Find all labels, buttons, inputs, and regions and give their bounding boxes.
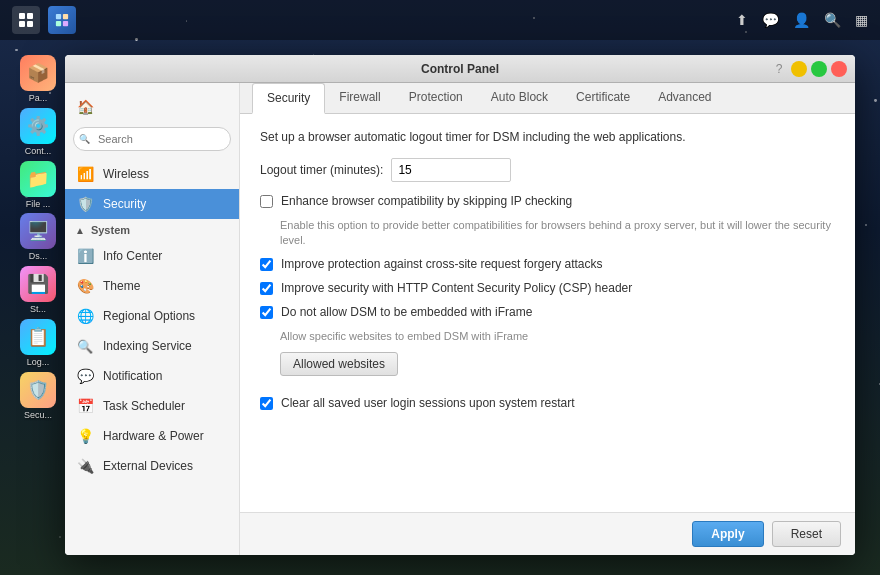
checkbox-csp[interactable] — [260, 282, 273, 295]
checkbox-iframe[interactable] — [260, 306, 273, 319]
hardware-icon: 💡 — [75, 426, 95, 446]
indexing-icon: 🔍 — [75, 336, 95, 356]
logout-timer-label: Logout timer (minutes): — [260, 163, 383, 177]
sidebar-item-task-label: Task Scheduler — [103, 399, 185, 413]
tab-certificate[interactable]: Certificate — [562, 83, 644, 114]
desktop-icon-security[interactable]: 🛡️ Secu... — [14, 372, 62, 421]
logout-timer-row: Logout timer (minutes): — [260, 158, 835, 182]
tab-content-security: Set up a browser automatic logout timer … — [240, 114, 855, 512]
window-controls: ? — [771, 61, 847, 77]
control-panel-taskbar-icon[interactable] — [48, 6, 76, 34]
checkbox-ip-sublabel: Enable this option to provide better com… — [280, 218, 835, 249]
external-icon: 🔌 — [75, 456, 95, 476]
checkbox-sessions-row: Clear all saved user login sessions upon… — [260, 396, 835, 410]
iframe-sublabel: Allow specific websites to embed DSM wit… — [280, 329, 835, 344]
desktop-icon-control-panel[interactable]: ⚙️ Cont... — [14, 108, 62, 157]
sidebar-item-security[interactable]: 🛡️ Security — [65, 189, 239, 219]
sidebar-item-indexing-service[interactable]: 🔍 Indexing Service — [65, 331, 239, 361]
checkbox-iframe-row: Do not allow DSM to be embedded with iFr… — [260, 305, 835, 319]
checkbox-csrf-row: Improve protection against cross-site re… — [260, 257, 835, 271]
allowed-websites-button[interactable]: Allowed websites — [280, 352, 398, 376]
maximize-button[interactable] — [811, 61, 827, 77]
task-icon: 📅 — [75, 396, 95, 416]
sidebar-item-regional-options[interactable]: 🌐 Regional Options — [65, 301, 239, 331]
window-footer: Apply Reset — [240, 512, 855, 555]
close-button[interactable] — [831, 61, 847, 77]
checkbox-csp-label: Improve security with HTTP Content Secur… — [281, 281, 632, 295]
window-titlebar: Control Panel ? — [65, 55, 855, 83]
checkbox-sessions-label: Clear all saved user login sessions upon… — [281, 396, 574, 410]
search-input[interactable] — [73, 127, 231, 151]
sidebar-item-theme-label: Theme — [103, 279, 140, 293]
sidebar-item-info-label: Info Center — [103, 249, 162, 263]
checkbox-csrf[interactable] — [260, 258, 273, 271]
sidebar-item-hardware-power[interactable]: 💡 Hardware & Power — [65, 421, 239, 451]
security-icon: 🛡️ — [75, 194, 95, 214]
sidebar-item-wireless[interactable]: 📶 Wireless — [65, 159, 239, 189]
svg-rect-6 — [56, 21, 61, 26]
logout-timer-input[interactable] — [391, 158, 511, 182]
desktop-icon-filestation[interactable]: 📁 File ... — [14, 161, 62, 210]
tab-advanced[interactable]: Advanced — [644, 83, 725, 114]
sidebar: 🏠 📶 Wireless 🛡️ Security ▲ System — [65, 83, 240, 555]
search-taskbar-icon[interactable]: 🔍 — [824, 12, 841, 28]
control-panel-window: Control Panel ? 🏠 📶 Wireless — [65, 55, 855, 555]
tab-auto-block[interactable]: Auto Block — [477, 83, 562, 114]
help-button[interactable]: ? — [771, 61, 787, 77]
taskbar: ⬆ 💬 👤 🔍 ▦ — [0, 0, 880, 40]
checkbox-ip-row: Enhance browser compatibility by skippin… — [260, 194, 835, 208]
sidebar-item-notification[interactable]: 💬 Notification — [65, 361, 239, 391]
desktop-icon-packages[interactable]: 📦 Pa... — [14, 55, 62, 104]
checkbox-csrf-label: Improve protection against cross-site re… — [281, 257, 602, 271]
main-content: Security Firewall Protection Auto Block … — [240, 83, 855, 555]
description-text: Set up a browser automatic logout timer … — [260, 130, 835, 144]
sidebar-item-external-devices[interactable]: 🔌 External Devices — [65, 451, 239, 481]
sidebar-home-button[interactable]: 🏠 — [65, 91, 239, 123]
info-icon: ℹ️ — [75, 246, 95, 266]
chevron-icon: ▲ — [75, 225, 85, 236]
taskbar-left — [12, 6, 76, 34]
sidebar-item-task-scheduler[interactable]: 📅 Task Scheduler — [65, 391, 239, 421]
wifi-icon: 📶 — [75, 164, 95, 184]
svg-rect-7 — [63, 21, 68, 26]
tab-firewall[interactable]: Firewall — [325, 83, 394, 114]
chat-icon[interactable]: 💬 — [762, 12, 779, 28]
user-icon[interactable]: 👤 — [793, 12, 810, 28]
sidebar-item-security-label: Security — [103, 197, 146, 211]
reset-button[interactable]: Reset — [772, 521, 841, 547]
checkbox-sessions[interactable] — [260, 397, 273, 410]
tabs-bar: Security Firewall Protection Auto Block … — [240, 83, 855, 114]
sidebar-item-hardware-label: Hardware & Power — [103, 429, 204, 443]
tab-security[interactable]: Security — [252, 83, 325, 114]
home-icon: 🏠 — [75, 97, 95, 117]
sidebar-item-notification-label: Notification — [103, 369, 162, 383]
sidebar-search-container — [65, 123, 239, 155]
svg-rect-0 — [19, 13, 25, 19]
theme-icon: 🎨 — [75, 276, 95, 296]
sidebar-item-indexing-label: Indexing Service — [103, 339, 192, 353]
sidebar-item-external-label: External Devices — [103, 459, 193, 473]
tab-protection[interactable]: Protection — [395, 83, 477, 114]
checkbox-ip[interactable] — [260, 195, 273, 208]
upload-icon[interactable]: ⬆ — [736, 12, 748, 28]
allowed-websites-container: Allowed websites — [260, 352, 835, 386]
desktop-icons: 📦 Pa... ⚙️ Cont... 📁 File ... 🖥️ Ds... 💾… — [14, 55, 62, 421]
sidebar-item-regional-label: Regional Options — [103, 309, 195, 323]
svg-rect-2 — [19, 21, 25, 27]
sidebar-item-wireless-label: Wireless — [103, 167, 149, 181]
regional-icon: 🌐 — [75, 306, 95, 326]
desktop-icon-log[interactable]: 📋 Log... — [14, 319, 62, 368]
app-grid-button[interactable] — [12, 6, 40, 34]
taskbar-right: ⬆ 💬 👤 🔍 ▦ — [736, 12, 868, 28]
checkbox-ip-label: Enhance browser compatibility by skippin… — [281, 194, 572, 208]
sidebar-item-theme[interactable]: 🎨 Theme — [65, 271, 239, 301]
window-body: 🏠 📶 Wireless 🛡️ Security ▲ System — [65, 83, 855, 555]
desktop-icon-storage[interactable]: 💾 St... — [14, 266, 62, 315]
sidebar-section-system: ▲ System — [65, 219, 239, 241]
apply-button[interactable]: Apply — [692, 521, 763, 547]
system-section-label: System — [91, 224, 130, 236]
sidebar-item-info-center[interactable]: ℹ️ Info Center — [65, 241, 239, 271]
minimize-button[interactable] — [791, 61, 807, 77]
desktop-icon-dsm[interactable]: 🖥️ Ds... — [14, 213, 62, 262]
settings-icon[interactable]: ▦ — [855, 12, 868, 28]
